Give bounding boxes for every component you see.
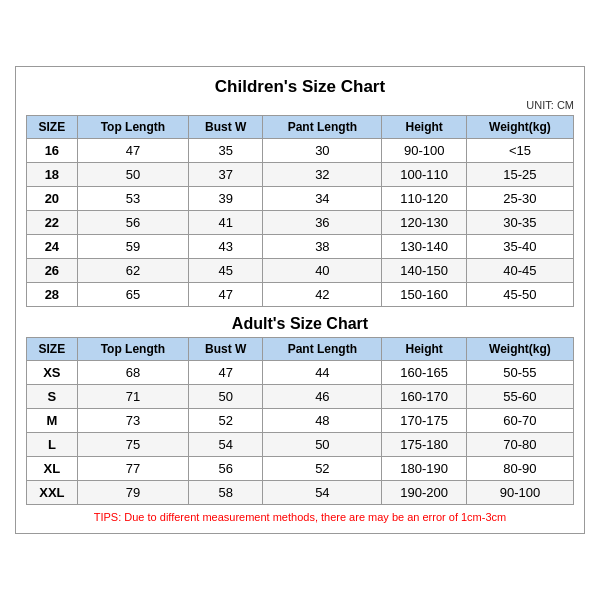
table-cell: XL (27, 457, 78, 481)
adult-table-row: S715046160-17055-60 (27, 385, 574, 409)
table-cell: 160-170 (382, 385, 467, 409)
table-cell: 79 (77, 481, 188, 505)
children-col-header: SIZE (27, 116, 78, 139)
table-cell: 47 (189, 283, 263, 307)
table-cell: 62 (77, 259, 188, 283)
table-cell: 130-140 (382, 235, 467, 259)
table-cell: 73 (77, 409, 188, 433)
adult-table-row: XS684744160-16550-55 (27, 361, 574, 385)
table-cell: 15-25 (466, 163, 573, 187)
adult-table-row: XXL795854190-20090-100 (27, 481, 574, 505)
table-cell: 42 (263, 283, 382, 307)
table-cell: 77 (77, 457, 188, 481)
children-chart-title: Children's Size Chart (26, 77, 574, 97)
table-cell: XXL (27, 481, 78, 505)
adult-col-header: Weight(kg) (466, 338, 573, 361)
adult-col-header: SIZE (27, 338, 78, 361)
children-table-row: 18503732100-11015-25 (27, 163, 574, 187)
table-cell: 44 (263, 361, 382, 385)
table-cell: 150-160 (382, 283, 467, 307)
adult-chart-title: Adult's Size Chart (26, 315, 574, 333)
children-table-row: 1647353090-100<15 (27, 139, 574, 163)
table-cell: 50 (189, 385, 263, 409)
table-cell: 54 (263, 481, 382, 505)
table-cell: 120-130 (382, 211, 467, 235)
table-cell: 50 (77, 163, 188, 187)
children-table-row: 20533934110-12025-30 (27, 187, 574, 211)
children-table-row: 26624540140-15040-45 (27, 259, 574, 283)
table-cell: 43 (189, 235, 263, 259)
adult-col-header: Bust W (189, 338, 263, 361)
table-cell: 56 (189, 457, 263, 481)
table-cell: 71 (77, 385, 188, 409)
table-cell: 160-165 (382, 361, 467, 385)
table-cell: 45 (189, 259, 263, 283)
table-cell: 25-30 (466, 187, 573, 211)
table-cell: 40-45 (466, 259, 573, 283)
table-cell: 20 (27, 187, 78, 211)
table-cell: 45-50 (466, 283, 573, 307)
adult-col-header: Pant Length (263, 338, 382, 361)
table-cell: 70-80 (466, 433, 573, 457)
table-cell: 56 (77, 211, 188, 235)
adult-table-body: XS684744160-16550-55S715046160-17055-60M… (27, 361, 574, 505)
table-cell: 28 (27, 283, 78, 307)
children-col-header: Top Length (77, 116, 188, 139)
table-cell: 35-40 (466, 235, 573, 259)
table-cell: 37 (189, 163, 263, 187)
adult-col-header: Top Length (77, 338, 188, 361)
table-cell: 90-100 (466, 481, 573, 505)
table-cell: 52 (263, 457, 382, 481)
table-cell: 30 (263, 139, 382, 163)
adult-table-row: L755450175-18070-80 (27, 433, 574, 457)
table-cell: 18 (27, 163, 78, 187)
table-cell: 40 (263, 259, 382, 283)
children-col-header: Height (382, 116, 467, 139)
table-cell: 48 (263, 409, 382, 433)
children-col-header: Bust W (189, 116, 263, 139)
children-table-row: 28654742150-16045-50 (27, 283, 574, 307)
table-cell: 140-150 (382, 259, 467, 283)
table-cell: 54 (189, 433, 263, 457)
children-table-row: 22564136120-13030-35 (27, 211, 574, 235)
table-cell: <15 (466, 139, 573, 163)
table-cell: 110-120 (382, 187, 467, 211)
table-cell: 75 (77, 433, 188, 457)
table-cell: 59 (77, 235, 188, 259)
adult-size-table: SIZETop LengthBust WPant LengthHeightWei… (26, 337, 574, 505)
table-cell: 100-110 (382, 163, 467, 187)
table-cell: 34 (263, 187, 382, 211)
table-cell: M (27, 409, 78, 433)
table-cell: 26 (27, 259, 78, 283)
table-cell: 65 (77, 283, 188, 307)
table-cell: S (27, 385, 78, 409)
table-cell: 58 (189, 481, 263, 505)
table-cell: 50-55 (466, 361, 573, 385)
table-cell: 175-180 (382, 433, 467, 457)
table-cell: 39 (189, 187, 263, 211)
children-size-table: SIZETop LengthBust WPant LengthHeightWei… (26, 115, 574, 307)
size-chart-container: Children's Size Chart UNIT: CM SIZETop L… (15, 66, 585, 534)
table-cell: 24 (27, 235, 78, 259)
table-cell: 60-70 (466, 409, 573, 433)
table-cell: 22 (27, 211, 78, 235)
unit-label: UNIT: CM (26, 99, 574, 111)
table-cell: 47 (189, 361, 263, 385)
table-cell: 170-175 (382, 409, 467, 433)
children-table-body: 1647353090-100<1518503732100-11015-25205… (27, 139, 574, 307)
table-cell: 50 (263, 433, 382, 457)
adult-col-header: Height (382, 338, 467, 361)
adult-table-row: XL775652180-19080-90 (27, 457, 574, 481)
table-cell: 52 (189, 409, 263, 433)
children-table-row: 24594338130-14035-40 (27, 235, 574, 259)
table-cell: 47 (77, 139, 188, 163)
table-cell: XS (27, 361, 78, 385)
adult-table-header: SIZETop LengthBust WPant LengthHeightWei… (27, 338, 574, 361)
table-cell: 180-190 (382, 457, 467, 481)
tips-text: TIPS: Due to different measurement metho… (26, 511, 574, 523)
table-cell: 68 (77, 361, 188, 385)
table-cell: 38 (263, 235, 382, 259)
table-cell: 41 (189, 211, 263, 235)
table-cell: 36 (263, 211, 382, 235)
table-cell: 32 (263, 163, 382, 187)
